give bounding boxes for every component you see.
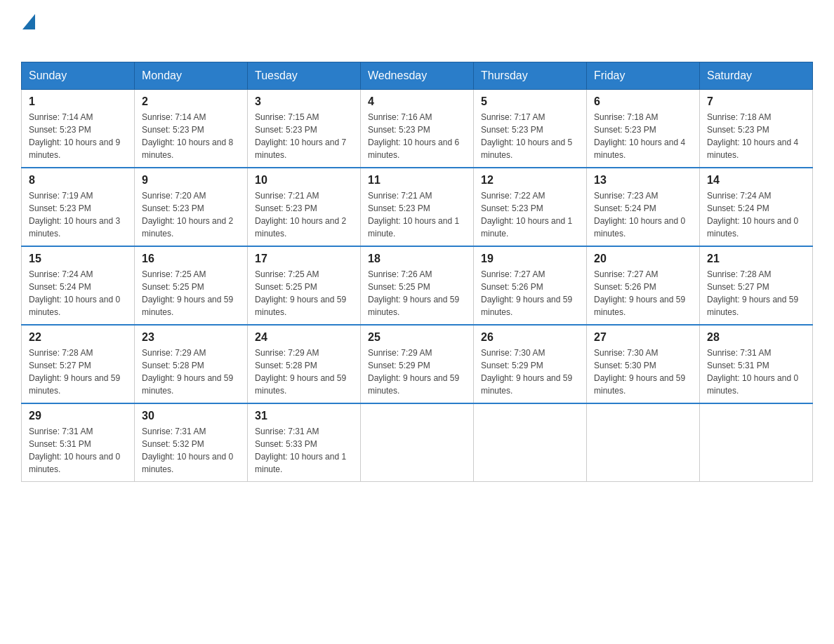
cell-day-number: 19 xyxy=(481,253,579,265)
calendar-cell: 10Sunrise: 7:21 AMSunset: 5:23 PMDayligh… xyxy=(248,168,361,246)
cell-info: Sunrise: 7:17 AMSunset: 5:23 PMDaylight:… xyxy=(481,111,579,161)
cell-info: Sunrise: 7:22 AMSunset: 5:23 PMDaylight:… xyxy=(481,189,579,240)
day-header-tuesday: Tuesday xyxy=(248,62,361,89)
day-header-wednesday: Wednesday xyxy=(361,62,474,89)
calendar-cell: 6Sunrise: 7:18 AMSunset: 5:23 PMDaylight… xyxy=(587,89,700,168)
cell-day-number: 30 xyxy=(142,410,240,422)
calendar-cell: 7Sunrise: 7:18 AMSunset: 5:23 PMDaylight… xyxy=(700,89,813,168)
cell-day-number: 22 xyxy=(29,331,127,344)
day-header-saturday: Saturday xyxy=(700,62,813,89)
cell-info: Sunrise: 7:31 AMSunset: 5:33 PMDaylight:… xyxy=(255,425,353,476)
cell-day-number: 23 xyxy=(142,331,240,344)
cell-day-number: 16 xyxy=(142,253,240,265)
week-row-2: 8Sunrise: 7:19 AMSunset: 5:23 PMDaylight… xyxy=(22,168,813,246)
cell-day-number: 7 xyxy=(707,95,805,108)
cell-info: Sunrise: 7:28 AMSunset: 5:27 PMDaylight:… xyxy=(707,268,805,318)
cell-day-number: 13 xyxy=(594,174,692,187)
calendar-cell xyxy=(587,403,700,482)
cell-info: Sunrise: 7:20 AMSunset: 5:23 PMDaylight:… xyxy=(142,189,240,240)
calendar-cell xyxy=(361,403,474,482)
cell-info: Sunrise: 7:16 AMSunset: 5:23 PMDaylight:… xyxy=(368,111,466,161)
calendar-cell: 16Sunrise: 7:25 AMSunset: 5:25 PMDayligh… xyxy=(135,246,248,325)
calendar-cell xyxy=(474,403,587,482)
calendar-cell: 9Sunrise: 7:20 AMSunset: 5:23 PMDaylight… xyxy=(135,168,248,246)
cell-info: Sunrise: 7:31 AMSunset: 5:32 PMDaylight:… xyxy=(142,425,240,476)
calendar-cell: 14Sunrise: 7:24 AMSunset: 5:24 PMDayligh… xyxy=(700,168,813,246)
cell-info: Sunrise: 7:18 AMSunset: 5:23 PMDaylight:… xyxy=(594,111,692,161)
cell-day-number: 28 xyxy=(707,331,805,344)
cell-day-number: 5 xyxy=(481,95,579,108)
cell-info: Sunrise: 7:21 AMSunset: 5:23 PMDaylight:… xyxy=(255,189,353,240)
cell-info: Sunrise: 7:18 AMSunset: 5:23 PMDaylight:… xyxy=(707,111,805,161)
cell-day-number: 18 xyxy=(368,253,466,265)
cell-info: Sunrise: 7:21 AMSunset: 5:23 PMDaylight:… xyxy=(368,189,466,240)
cell-info: Sunrise: 7:28 AMSunset: 5:27 PMDaylight:… xyxy=(29,347,127,397)
cell-info: Sunrise: 7:27 AMSunset: 5:26 PMDaylight:… xyxy=(481,268,579,318)
week-row-5: 29Sunrise: 7:31 AMSunset: 5:31 PMDayligh… xyxy=(22,403,813,482)
calendar-cell: 5Sunrise: 7:17 AMSunset: 5:23 PMDaylight… xyxy=(474,89,587,168)
day-header-sunday: Sunday xyxy=(22,62,135,89)
cell-info: Sunrise: 7:24 AMSunset: 5:24 PMDaylight:… xyxy=(707,189,805,240)
calendar-cell: 21Sunrise: 7:28 AMSunset: 5:27 PMDayligh… xyxy=(700,246,813,325)
cell-day-number: 24 xyxy=(255,331,353,344)
day-header-monday: Monday xyxy=(135,62,248,89)
calendar-cell: 8Sunrise: 7:19 AMSunset: 5:23 PMDaylight… xyxy=(22,168,135,246)
calendar-cell: 22Sunrise: 7:28 AMSunset: 5:27 PMDayligh… xyxy=(22,325,135,403)
calendar-cell: 28Sunrise: 7:31 AMSunset: 5:31 PMDayligh… xyxy=(700,325,813,403)
cell-info: Sunrise: 7:15 AMSunset: 5:23 PMDaylight:… xyxy=(255,111,353,161)
calendar-cell: 19Sunrise: 7:27 AMSunset: 5:26 PMDayligh… xyxy=(474,246,587,325)
calendar-cell: 3Sunrise: 7:15 AMSunset: 5:23 PMDaylight… xyxy=(248,89,361,168)
cell-info: Sunrise: 7:14 AMSunset: 5:23 PMDaylight:… xyxy=(142,111,240,161)
cell-day-number: 3 xyxy=(255,95,353,108)
calendar-cell: 30Sunrise: 7:31 AMSunset: 5:32 PMDayligh… xyxy=(135,403,248,482)
cell-day-number: 8 xyxy=(29,174,127,187)
cell-day-number: 17 xyxy=(255,253,353,265)
cell-day-number: 6 xyxy=(594,95,692,108)
day-header-friday: Friday xyxy=(587,62,700,89)
calendar-cell: 29Sunrise: 7:31 AMSunset: 5:31 PMDayligh… xyxy=(22,403,135,482)
calendar-table: SundayMondayTuesdayWednesdayThursdayFrid… xyxy=(21,62,813,482)
cell-info: Sunrise: 7:29 AMSunset: 5:28 PMDaylight:… xyxy=(142,347,240,397)
week-row-3: 15Sunrise: 7:24 AMSunset: 5:24 PMDayligh… xyxy=(22,246,813,325)
cell-day-number: 4 xyxy=(368,95,466,108)
cell-day-number: 11 xyxy=(368,174,466,187)
cell-day-number: 25 xyxy=(368,331,466,344)
cell-day-number: 14 xyxy=(707,174,805,187)
cell-day-number: 26 xyxy=(481,331,579,344)
calendar-cell: 26Sunrise: 7:30 AMSunset: 5:29 PMDayligh… xyxy=(474,325,587,403)
cell-day-number: 29 xyxy=(29,410,127,422)
svg-marker-0 xyxy=(22,14,35,29)
cell-info: Sunrise: 7:29 AMSunset: 5:28 PMDaylight:… xyxy=(255,347,353,397)
calendar-cell: 25Sunrise: 7:29 AMSunset: 5:29 PMDayligh… xyxy=(361,325,474,403)
cell-info: Sunrise: 7:30 AMSunset: 5:30 PMDaylight:… xyxy=(594,347,692,397)
cell-info: Sunrise: 7:25 AMSunset: 5:25 PMDaylight:… xyxy=(255,268,353,318)
cell-info: Sunrise: 7:29 AMSunset: 5:29 PMDaylight:… xyxy=(368,347,466,397)
cell-info: Sunrise: 7:25 AMSunset: 5:25 PMDaylight:… xyxy=(142,268,240,318)
cell-info: Sunrise: 7:31 AMSunset: 5:31 PMDaylight:… xyxy=(29,425,127,476)
calendar-cell: 11Sunrise: 7:21 AMSunset: 5:23 PMDayligh… xyxy=(361,168,474,246)
cell-day-number: 20 xyxy=(594,253,692,265)
cell-day-number: 9 xyxy=(142,174,240,187)
page-header xyxy=(21,14,813,51)
cell-day-number: 31 xyxy=(255,410,353,422)
calendar-cell: 20Sunrise: 7:27 AMSunset: 5:26 PMDayligh… xyxy=(587,246,700,325)
day-header-row: SundayMondayTuesdayWednesdayThursdayFrid… xyxy=(22,62,813,89)
cell-info: Sunrise: 7:30 AMSunset: 5:29 PMDaylight:… xyxy=(481,347,579,397)
calendar-cell: 4Sunrise: 7:16 AMSunset: 5:23 PMDaylight… xyxy=(361,89,474,168)
cell-info: Sunrise: 7:24 AMSunset: 5:24 PMDaylight:… xyxy=(29,268,127,318)
cell-info: Sunrise: 7:26 AMSunset: 5:25 PMDaylight:… xyxy=(368,268,466,318)
logo-triangle-icon xyxy=(22,14,35,29)
calendar-cell: 18Sunrise: 7:26 AMSunset: 5:25 PMDayligh… xyxy=(361,246,474,325)
calendar-cell: 27Sunrise: 7:30 AMSunset: 5:30 PMDayligh… xyxy=(587,325,700,403)
cell-day-number: 1 xyxy=(29,95,127,108)
cell-info: Sunrise: 7:14 AMSunset: 5:23 PMDaylight:… xyxy=(29,111,127,161)
calendar-cell: 13Sunrise: 7:23 AMSunset: 5:24 PMDayligh… xyxy=(587,168,700,246)
calendar-cell: 12Sunrise: 7:22 AMSunset: 5:23 PMDayligh… xyxy=(474,168,587,246)
cell-day-number: 15 xyxy=(29,253,127,265)
day-header-thursday: Thursday xyxy=(474,62,587,89)
cell-day-number: 21 xyxy=(707,253,805,265)
cell-day-number: 2 xyxy=(142,95,240,108)
calendar-cell: 17Sunrise: 7:25 AMSunset: 5:25 PMDayligh… xyxy=(248,246,361,325)
cell-day-number: 10 xyxy=(255,174,353,187)
calendar-cell: 23Sunrise: 7:29 AMSunset: 5:28 PMDayligh… xyxy=(135,325,248,403)
